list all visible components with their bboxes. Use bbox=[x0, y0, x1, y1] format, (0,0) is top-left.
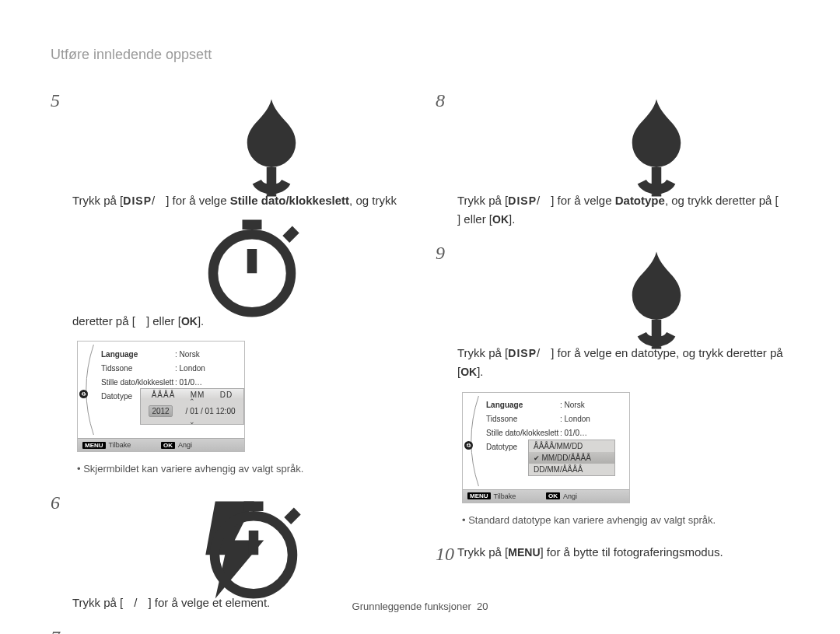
camera-screen-1: LanguageNorsk TidssoneLondon Stille dato… bbox=[77, 341, 245, 452]
gear-icon bbox=[464, 441, 473, 450]
timer-icon bbox=[135, 210, 146, 221]
step-number: 8 bbox=[436, 86, 457, 228]
page-footer: Grunnleggende funksjoner 20 bbox=[0, 601, 840, 612]
ok-label: OK bbox=[492, 213, 509, 226]
menu-label: MENU bbox=[508, 546, 540, 559]
macro-icon bbox=[155, 89, 166, 100]
macro-icon bbox=[540, 242, 551, 253]
right-column: 8 Trykk på [DISP/] for å velge Datotype,… bbox=[436, 86, 789, 634]
step-7: 7 Trykk på [DISP/] for å stille inn dato… bbox=[51, 623, 404, 634]
macro-icon bbox=[540, 89, 551, 100]
note-2: Standard datotype kan variere avhengig a… bbox=[462, 514, 789, 526]
timer-icon bbox=[779, 89, 789, 100]
step-number: 6 bbox=[51, 489, 72, 611]
step-6: 6 Trykk på [/] for å velge et element. bbox=[51, 489, 404, 611]
step-8: 8 Trykk på [DISP/] for å velge Datotype,… bbox=[436, 86, 789, 228]
ok-label: OK bbox=[181, 315, 198, 328]
ok-label: OK bbox=[460, 366, 477, 378]
macro-icon bbox=[155, 626, 166, 634]
camera-screen-2: LanguageNorsk TidssoneLondon Stille dato… bbox=[462, 392, 630, 503]
down-arrow-icon: ⌄ bbox=[141, 419, 243, 424]
date-picker-panel: ÅÅÅÅ MM DD ⌃ 2012 / 01 / 01 12:00 ⌄ bbox=[140, 388, 244, 425]
disp-label: DISP bbox=[508, 347, 537, 359]
lcd-footer: MENUTilbake OKAngi bbox=[463, 489, 629, 503]
flash-icon bbox=[123, 492, 134, 503]
lcd-footer: MENUTilbake OKAngi bbox=[78, 438, 244, 451]
timer-icon bbox=[137, 492, 148, 503]
disp-label: DISP bbox=[123, 194, 152, 207]
step-number: 10 bbox=[436, 540, 457, 569]
year-value: 2012 bbox=[149, 405, 172, 417]
step-9: 9 Trykk på [DISP/] for å velge en datoty… bbox=[436, 239, 789, 380]
note-1: Skjermbildet kan variere avhengig av val… bbox=[77, 463, 404, 475]
page-title: Utføre innledende oppsett bbox=[51, 47, 789, 63]
step-number: 7 bbox=[51, 623, 72, 634]
list-item-selected: MM/DD/ÅÅÅÅ bbox=[529, 452, 614, 464]
step-number: 5 bbox=[51, 86, 72, 330]
date-type-panel: ÅÅÅÅ/MM/DD MM/DD/ÅÅÅÅ DD/MM/ÅÅÅÅ bbox=[528, 440, 615, 476]
disp-label: DISP bbox=[508, 194, 537, 207]
list-item: DD/MM/ÅÅÅÅ bbox=[529, 464, 614, 475]
step-5: 5 Trykk på [DISP/] for å velge Stille da… bbox=[51, 86, 404, 330]
step-10: 10 Trykk på [MENU] for å bytte til fotog… bbox=[436, 540, 789, 569]
step-number: 9 bbox=[436, 239, 457, 380]
left-column: 5 Trykk på [DISP/] for å velge Stille da… bbox=[51, 86, 404, 634]
list-item: ÅÅÅÅ/MM/DD bbox=[529, 440, 614, 452]
